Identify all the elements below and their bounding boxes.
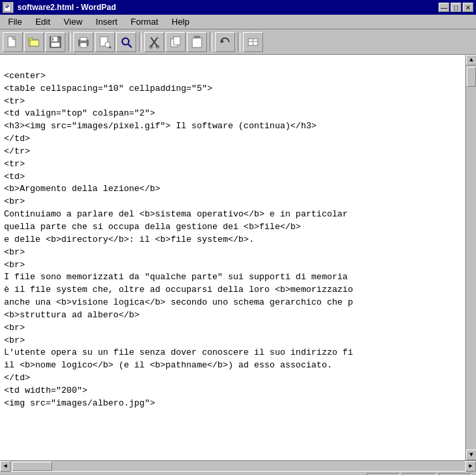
svg-rect-15 — [80, 43, 87, 47]
scroll-left-button[interactable]: ◄ — [0, 461, 11, 472]
app-icon — [3, 2, 13, 13]
scroll-up-button[interactable]: ▲ — [466, 55, 476, 65]
new-button[interactable] — [3, 32, 23, 52]
svg-rect-2 — [5, 6, 9, 7]
svg-rect-1 — [5, 5, 9, 5]
separator-3 — [210, 33, 212, 51]
toolbar — [0, 29, 476, 55]
undo-button[interactable] — [215, 32, 235, 52]
menu-format[interactable]: Format — [126, 15, 164, 28]
editor-text[interactable]: <center> <table cellspacing="10" cellpad… — [0, 55, 465, 460]
close-button[interactable]: ✕ — [463, 3, 473, 12]
separator-2 — [139, 33, 142, 51]
preview-button[interactable] — [95, 32, 115, 52]
maximize-button[interactable]: □ — [451, 3, 461, 12]
status-panel-3 — [439, 473, 472, 476]
status-panel-1 — [367, 473, 400, 476]
svg-rect-29 — [194, 36, 200, 38]
print-button[interactable] — [73, 32, 93, 52]
menu-view[interactable]: View — [58, 15, 87, 28]
window-title: software2.html - WordPad — [17, 3, 116, 12]
scroll-down-button[interactable]: ▼ — [466, 450, 476, 460]
svg-rect-3 — [5, 7, 8, 8]
separator-4 — [238, 33, 240, 51]
menu-file[interactable]: File — [3, 15, 27, 28]
svg-rect-14 — [80, 37, 87, 41]
menu-bar: File Edit View Insert Format Help — [0, 15, 476, 29]
svg-rect-26 — [174, 37, 180, 45]
status-panel-2 — [403, 473, 436, 476]
svg-rect-28 — [192, 38, 202, 47]
special-button[interactable] — [243, 32, 263, 52]
svg-point-19 — [122, 38, 129, 45]
svg-line-18 — [109, 47, 111, 48]
scroll-right-button[interactable]: ► — [465, 461, 476, 472]
minimize-button[interactable]: — — [439, 3, 449, 12]
scroll-track-h[interactable] — [11, 461, 465, 471]
menu-edit[interactable]: Edit — [30, 15, 55, 28]
menu-help[interactable]: Help — [166, 15, 195, 28]
svg-rect-8 — [30, 40, 39, 46]
scroll-track-v[interactable] — [466, 65, 476, 450]
horizontal-scrollbar: ◄ ► — [0, 460, 476, 471]
cut-button[interactable] — [144, 32, 164, 52]
editor-area: <center> <table cellspacing="10" cellpad… — [0, 55, 476, 460]
separator-1 — [68, 33, 71, 51]
title-controls: — □ ✕ — [439, 3, 473, 12]
svg-point-17 — [105, 42, 110, 47]
save-button[interactable] — [45, 32, 65, 52]
svg-rect-12 — [51, 43, 59, 47]
vertical-scrollbar: ▲ ▼ — [465, 55, 476, 460]
title-bar: software2.html - WordPad — □ ✕ — [0, 0, 476, 15]
status-panels — [367, 473, 472, 476]
scroll-thumb-v[interactable] — [467, 67, 476, 87]
find-button[interactable] — [116, 32, 136, 52]
svg-rect-11 — [52, 37, 53, 41]
scroll-thumb-h[interactable] — [12, 462, 52, 471]
copy-button[interactable] — [166, 32, 186, 52]
svg-marker-30 — [221, 39, 224, 43]
status-bar: For Help, press F1 — [0, 471, 476, 475]
open-button[interactable] — [24, 32, 44, 52]
svg-line-20 — [128, 44, 132, 47]
menu-insert[interactable]: Insert — [90, 15, 123, 28]
paste-button[interactable] — [187, 32, 207, 52]
